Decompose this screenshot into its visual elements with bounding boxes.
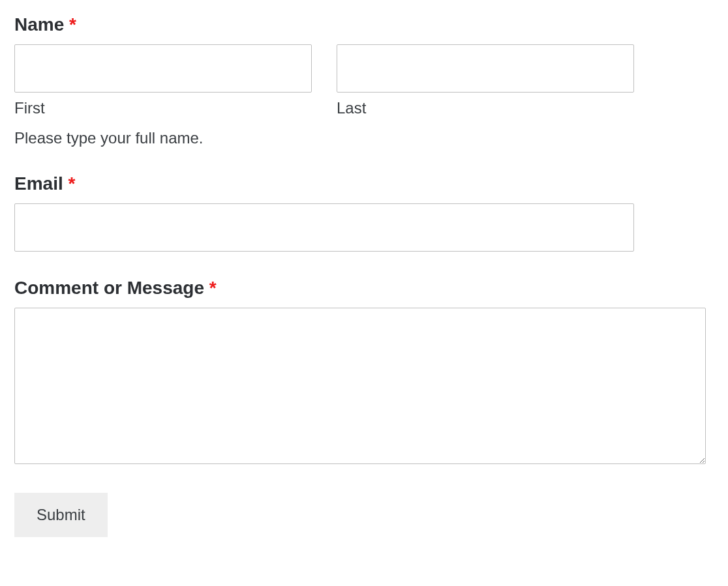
last-name-column: Last bbox=[337, 44, 634, 117]
submit-button[interactable]: Submit bbox=[14, 493, 108, 537]
required-asterisk-icon: * bbox=[68, 173, 75, 194]
email-field-group: Email * bbox=[14, 173, 634, 252]
name-label-text: Name bbox=[14, 14, 64, 35]
required-asterisk-icon: * bbox=[69, 14, 76, 35]
comment-textarea[interactable] bbox=[14, 308, 706, 464]
first-name-column: First bbox=[14, 44, 312, 117]
first-name-input[interactable] bbox=[14, 44, 312, 93]
comment-label-text: Comment or Message bbox=[14, 278, 204, 298]
name-description: Please type your full name. bbox=[14, 129, 634, 147]
name-label: Name * bbox=[14, 14, 634, 35]
comment-field-group: Comment or Message * bbox=[14, 278, 706, 467]
email-label: Email * bbox=[14, 173, 634, 194]
first-name-sublabel: First bbox=[14, 99, 312, 117]
last-name-sublabel: Last bbox=[337, 99, 634, 117]
required-asterisk-icon: * bbox=[209, 278, 217, 298]
comment-label: Comment or Message * bbox=[14, 278, 706, 299]
name-field-group: Name * First Last Please type your full … bbox=[14, 14, 634, 147]
name-input-row: First Last bbox=[14, 44, 634, 117]
last-name-input[interactable] bbox=[337, 44, 634, 93]
contact-form: Name * First Last Please type your full … bbox=[14, 14, 714, 537]
email-label-text: Email bbox=[14, 173, 63, 194]
email-input[interactable] bbox=[14, 203, 634, 252]
